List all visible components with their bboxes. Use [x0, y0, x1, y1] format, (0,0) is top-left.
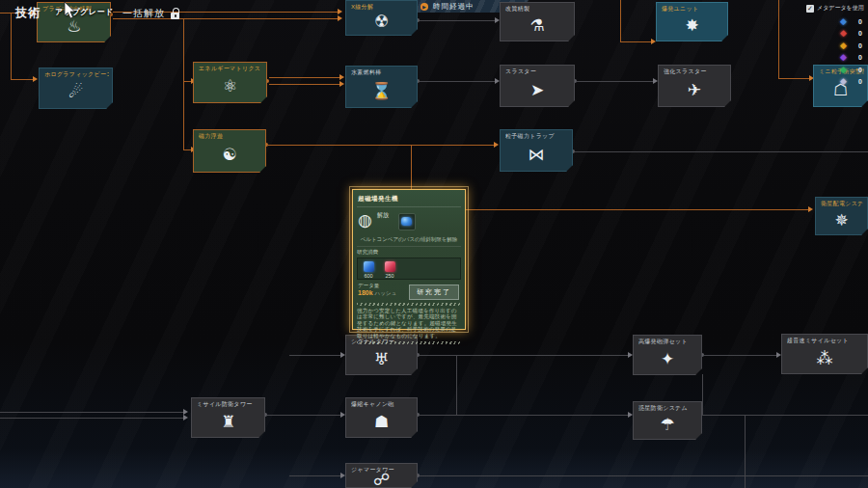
legend-value: 0	[856, 78, 862, 85]
magnetic-levitation-icon: ☯	[194, 139, 265, 170]
checkbox-label: メタデータを使用	[817, 4, 864, 13]
page-title: 技術	[15, 5, 41, 21]
connector-arrow-icon	[776, 352, 781, 358]
signal-tower-icon: ♅	[346, 344, 417, 372]
connector-arrow-icon	[339, 74, 344, 80]
tech-node-jammer-tower[interactable]: ジャマータワー☍	[345, 463, 418, 488]
research-complete-button[interactable]: 研究完了	[409, 285, 459, 300]
legend-row-blue-matrix: ◆0	[806, 15, 866, 28]
white-matrix-icon: ◆	[840, 77, 847, 86]
purple-matrix-icon: ◆	[840, 53, 847, 62]
tech-node-he-shell-set[interactable]: 高爆発砲弾セット✦	[633, 335, 702, 375]
connector-line	[267, 415, 340, 416]
connector-line	[466, 209, 808, 210]
connector-line	[269, 77, 339, 78]
connector-line	[577, 81, 653, 82]
connector-arrow-icon	[338, 15, 342, 21]
lock-icon	[171, 8, 180, 19]
connector-arrow-icon	[183, 415, 188, 420]
he-shell-set-icon: ✦	[634, 344, 701, 372]
checkbox-icon[interactable]: ✓	[806, 5, 814, 13]
tech-node-reinforced-thruster[interactable]: 強化スラスター✈	[658, 65, 731, 107]
tech-node-xray-cracking[interactable]: X線分解☢	[345, 0, 418, 36]
connector-arrow-icon	[340, 412, 345, 418]
connector-line	[289, 355, 340, 356]
legend-value: 0	[856, 30, 862, 37]
yellow-matrix-icon: ◆	[840, 41, 847, 50]
unlock-label: 解放	[377, 211, 389, 220]
resource-legend: ✓ メタデータを使用 ◆0◆0◆0◆0◆0◆0	[806, 4, 866, 88]
play-icon: ▶	[420, 3, 428, 11]
legend-value: 0	[856, 67, 862, 73]
tech-title: 超磁場発生機	[357, 190, 461, 207]
tech-node-thruster[interactable]: スラスター➤	[500, 65, 575, 107]
unlock-item-icon[interactable]	[398, 213, 416, 230]
connector-line	[778, 78, 809, 79]
missile-defense-tower-icon: ♜	[192, 407, 264, 435]
tech-tree-screen: プラズマ抽出精製♨ホログラフィックビーコン☄エネルギーマトリクス⚛X線分解☢水素…	[0, 0, 868, 488]
connector-line	[289, 475, 340, 476]
legend-row-red-matrix: ◆0	[806, 28, 866, 41]
tech-node-planetary-defense-system[interactable]: 惑星防衛システム☂	[633, 401, 702, 440]
tech-node-holographic-beacon[interactable]: ホログラフィックビーコン☄	[39, 68, 113, 109]
bulk-unlock-button[interactable]: 一括解放	[122, 7, 180, 20]
banner-label: 時間経過中	[433, 2, 475, 12]
bulk-unlock-label: 一括解放	[122, 7, 165, 20]
connector-line	[420, 475, 868, 476]
red-matrix-icon: ◆	[840, 29, 847, 38]
holographic-beacon-icon: ☄	[40, 77, 112, 106]
tech-node-explosive-unit[interactable]: 爆発ユニット✸	[656, 2, 728, 41]
metadata-checkbox-row[interactable]: ✓ メタデータを使用	[806, 4, 866, 13]
connector-line	[702, 374, 703, 415]
connector-arrow-icon	[628, 352, 633, 358]
connector-line	[575, 151, 868, 152]
energy-matrix-icon: ⚛	[194, 71, 266, 100]
dashed-divider	[357, 303, 461, 306]
connector-arrow-icon	[808, 206, 813, 212]
tech-node-particle-magnetic-trap[interactable]: 粒子磁力トラップ⋈	[500, 129, 573, 172]
tech-node-supersonic-missile-set[interactable]: 超音速ミサイルセット⁂	[781, 334, 868, 374]
green-matrix-icon: ◆	[840, 66, 847, 74]
satellite-power-system-icon: ✵	[816, 206, 867, 232]
tech-node-satellite-power-system[interactable]: 衛星配電システム✵	[815, 197, 868, 235]
research-cost-box: 600 250	[357, 258, 461, 280]
implosion-cannon-icon: ☗	[346, 407, 417, 435]
tech-node-energy-matrix[interactable]: エネルギーマトリクス⚛	[193, 62, 267, 103]
tech-node-implosion-cannon[interactable]: 爆縮キャノン砲☗	[345, 397, 418, 438]
planetary-defense-system-icon: ☂	[634, 411, 701, 437]
data-amount-unit: ハッシュ	[375, 290, 397, 296]
connector-line	[183, 81, 184, 150]
connector-line	[420, 20, 495, 21]
connector-line	[778, 0, 779, 79]
data-amount-label: データ量	[358, 283, 379, 289]
connector-arrow-icon	[494, 142, 499, 148]
connector-line	[620, 41, 651, 42]
tech-node-hydrogen-fuel-rod[interactable]: 水素燃料棒⌛	[345, 66, 418, 108]
connector-line	[0, 412, 183, 413]
tech-node-magnetic-levitation[interactable]: 磁力浮遊☯	[193, 129, 266, 173]
connector-line	[420, 415, 628, 416]
reinforced-thruster-icon: ✈	[659, 74, 730, 104]
unlock-row: ◍ 解放	[357, 209, 461, 236]
red-matrix-icon	[385, 261, 395, 272]
tech-node-reformed-refinement[interactable]: 改質精製⚗	[500, 2, 575, 41]
connector-line	[704, 355, 776, 356]
tech-description: 強力かつ安定した人工磁場を作り出すのは非常に難しいですが、最先端技術を開発するた…	[357, 308, 461, 339]
reformed-refinement-icon: ⚗	[501, 12, 574, 39]
thruster-icon: ➤	[501, 74, 574, 104]
connector-line	[11, 13, 12, 80]
mouse-cursor-icon	[64, 2, 76, 23]
connector-line	[183, 149, 191, 150]
tech-node-missile-defense-tower[interactable]: ミサイル防衛タワー♜	[191, 397, 265, 438]
matrix-counters: ◆0◆0◆0◆0◆0◆0	[806, 15, 866, 88]
connector-line	[420, 81, 495, 82]
data-amount-value: 180kハッシュ	[358, 289, 396, 297]
legend-value: 0	[856, 18, 862, 25]
connector-arrow-icon	[340, 473, 345, 478]
data-amount-row: データ量 180kハッシュ 研究完了	[357, 283, 461, 300]
connector-line	[702, 415, 868, 416]
unlock-description: ベルトコンベアのパスの傾斜制限を解除	[357, 236, 461, 243]
legend-value: 0	[856, 54, 862, 61]
supersonic-missile-set-icon: ⁂	[782, 343, 867, 371]
coil-icon: ◍	[358, 210, 372, 230]
